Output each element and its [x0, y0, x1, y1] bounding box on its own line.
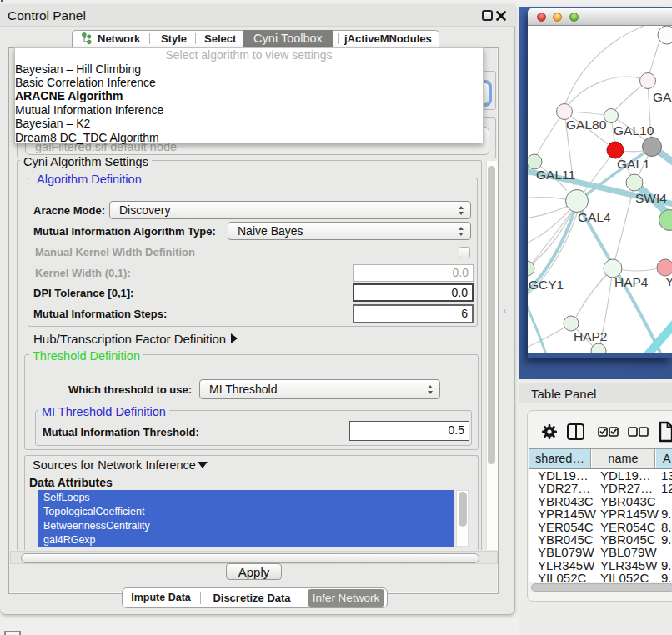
svg-text:GAL80: GAL80	[566, 118, 607, 132]
svg-text:GAL4: GAL4	[578, 210, 611, 224]
svg-text:GCY1: GCY1	[529, 278, 564, 292]
svg-text:Y: Y	[665, 274, 672, 288]
svg-text:GAL2: GAL2	[653, 90, 672, 104]
svg-text:HAP4: HAP4	[614, 275, 649, 289]
svg-text:HAP2: HAP2	[574, 329, 608, 343]
svg-text:GAL1: GAL1	[617, 157, 650, 171]
svg-text:GAL10: GAL10	[614, 123, 654, 138]
svg-text:GAL11: GAL11	[536, 168, 575, 182]
svg-text:SWI4: SWI4	[635, 191, 667, 205]
